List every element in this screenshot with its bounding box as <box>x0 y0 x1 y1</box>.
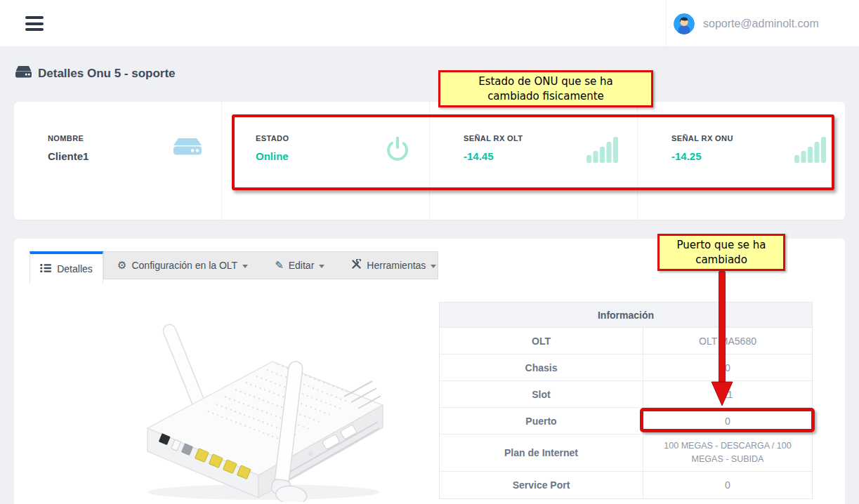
hamburger-menu-icon[interactable] <box>25 16 45 32</box>
list-icon <box>40 263 51 275</box>
tab-strip: ⚙ Configuración en la OLT ✎ Editar Herra… <box>103 251 438 279</box>
tab-label: Editar <box>289 260 315 271</box>
table-row: Plan de Internet 100 MEGAS - DESCARGA / … <box>440 435 812 472</box>
row-value: 0 <box>643 472 812 498</box>
callout-text: Puerto que se ha <box>676 238 766 253</box>
onu-device-icon <box>15 66 32 81</box>
edit-pencil-icon: ✎ <box>275 260 284 271</box>
status-nombre: NOMBRE Cliente1 <box>14 102 221 220</box>
row-label: Slot <box>440 381 643 407</box>
row-label: OLT <box>440 328 643 354</box>
annotation-red-rect-status <box>232 114 834 190</box>
informacion-table: Información OLT OLT MA5680 Chasis 0 Slot… <box>439 302 813 499</box>
gear-icon: ⚙ <box>117 260 126 271</box>
table-row: OLT OLT MA5680 <box>440 328 812 354</box>
status-value: Cliente1 <box>48 150 88 162</box>
tab-configuracion-olt[interactable]: ⚙ Configuración en la OLT <box>104 260 261 271</box>
annotation-callout-estado: Estado de ONU que se ha cambiado fisicam… <box>438 70 653 107</box>
tab-label: Herramientas <box>367 260 426 271</box>
row-value: 100 MEGAS - DESCARGA / 100 MEGAS - SUBID… <box>643 435 812 471</box>
tab-herramientas[interactable]: Herramientas <box>338 259 450 272</box>
row-label: Chasis <box>440 354 643 380</box>
row-label: Puerto <box>440 408 643 434</box>
table-row: Slot 11 <box>440 381 812 408</box>
annotation-callout-puerto: Puerto que se ha cambiado <box>657 234 785 271</box>
user-avatar-icon <box>674 13 695 34</box>
chevron-down-icon <box>242 265 248 268</box>
row-label: Plan de Internet <box>440 435 643 471</box>
user-menu[interactable]: soporte@adminolt.com <box>666 0 859 47</box>
tab-editar[interactable]: ✎ Editar <box>261 260 338 271</box>
callout-text: cambiado <box>695 253 747 267</box>
status-label: NOMBRE <box>48 134 88 142</box>
user-email: soporte@adminolt.com <box>703 18 819 30</box>
onu-product-image <box>98 291 400 504</box>
tools-icon <box>351 259 362 272</box>
table-header: Información <box>440 303 812 328</box>
row-label: Service Port <box>440 472 643 498</box>
chevron-down-icon <box>319 265 324 268</box>
tab-label: Configuración en la OLT <box>131 260 237 271</box>
callout-text: Estado de ONU que se ha <box>478 74 613 89</box>
router-icon <box>172 135 203 220</box>
annotation-arrow-down-icon <box>705 271 739 411</box>
chevron-down-icon <box>431 265 436 268</box>
table-row: Chasis 0 <box>440 354 812 381</box>
tab-label: Detalles <box>57 263 93 274</box>
page-title: Detalles Onu 5 - soporte <box>38 67 176 81</box>
page-title-row: Detalles Onu 5 - soporte <box>15 66 176 81</box>
table-row: Service Port 0 <box>440 472 812 498</box>
top-navbar: soporte@adminolt.com <box>0 0 859 47</box>
callout-text: cambiado fisicamente <box>487 89 604 104</box>
annotation-red-rect-puerto <box>640 408 815 432</box>
tab-detalles[interactable]: Detalles <box>29 251 103 284</box>
